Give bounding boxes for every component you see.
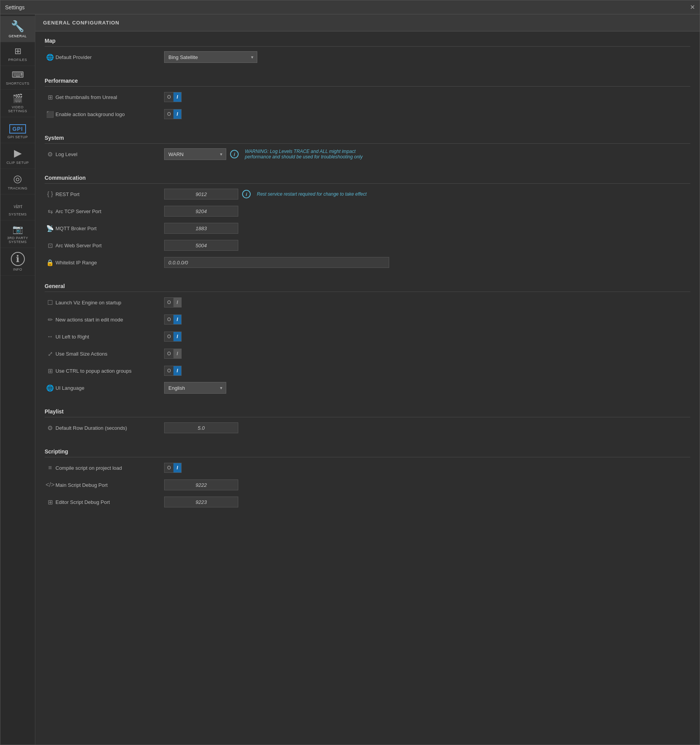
toggle-i-launch-viz: I: [173, 298, 181, 307]
control-arc-tcp-port: [164, 206, 238, 217]
toggle-i-compile-script: I: [173, 463, 181, 472]
toggle-bg-logo[interactable]: O I: [164, 109, 182, 119]
gpi-icon: GPI: [9, 121, 26, 134]
toggle-o-thumbnails: O: [165, 92, 173, 102]
log-level-select-wrap[interactable]: TRACE DEBUG INFO WARN ERROR ALL: [164, 148, 226, 160]
section-performance: Performance ⊞ Get thumbnails from Unreal…: [35, 71, 700, 129]
sidebar-item-clip-setup[interactable]: ▶ CLIP SETUP: [0, 143, 35, 169]
rest-port-note: Rest service restart required for change…: [257, 191, 367, 197]
toggle-o-launch-viz: O: [165, 298, 173, 307]
sidebar-item-systems[interactable]: vizrt SYSTEMS: [0, 194, 35, 221]
toggle-i-small-actions: I: [173, 349, 181, 358]
sidebar-item-video-settings[interactable]: 🎬 VIDEO SETTINGS: [0, 90, 35, 117]
default-provider-select[interactable]: Bing Satellite OpenStreetMap Google Maps: [164, 51, 257, 63]
mqtt-port-input[interactable]: [164, 223, 238, 234]
toggle-o-ui-ltr: O: [165, 332, 173, 341]
rest-port-info-icon[interactable]: i: [242, 190, 251, 198]
control-editor-debug-port: [164, 497, 238, 507]
label-launch-viz: Launch Viz Engine on startup: [55, 300, 164, 306]
control-whitelist-ip: [164, 257, 389, 268]
row-launch-viz: ☐ Launch Viz Engine on startup O I: [45, 297, 690, 308]
control-launch-viz: O I: [164, 297, 182, 307]
row-row-duration: ⚙ Default Row Duration (seconds): [45, 422, 690, 434]
whitelist-ip-input[interactable]: [164, 257, 389, 268]
whitelist-icon: 🔒: [45, 259, 55, 266]
log-level-select[interactable]: TRACE DEBUG INFO WARN ERROR ALL: [164, 148, 226, 160]
label-bg-logo: Enable action background logo: [55, 111, 164, 117]
control-rest-port: i Rest service restart required for chan…: [164, 189, 367, 200]
toggle-i-bg-logo: I: [173, 109, 181, 119]
label-ui-language: UI Language: [55, 385, 164, 391]
toggle-o-bg-logo: O: [165, 109, 173, 119]
ui-ltr-icon: ↔: [45, 333, 55, 340]
sidebar-item-tracking[interactable]: ◎ TRACKING: [0, 169, 35, 194]
label-edit-mode: New actions start in edit mode: [55, 317, 164, 323]
control-ctrl-popup: O I: [164, 366, 182, 376]
sidebar-label-general: GENERAL: [9, 34, 27, 38]
rest-port-input[interactable]: [164, 189, 238, 200]
toggle-i-edit-mode: I: [173, 315, 181, 324]
profile-icon: ⊞: [14, 46, 21, 56]
control-ui-language: English Deutsch Français Español: [164, 382, 226, 394]
language-icon: 🌐: [45, 384, 55, 392]
sidebar-label-tracking: TRACKING: [8, 186, 28, 190]
toggle-ctrl-popup[interactable]: O I: [164, 366, 182, 376]
row-bg-logo: ⬛ Enable action background logo O I: [45, 108, 690, 120]
arc-web-port-input[interactable]: [164, 240, 238, 251]
sidebar-label-gpi: GPI SETUP: [7, 135, 28, 139]
section-title-playlist: Playlist: [45, 408, 690, 417]
label-compile-script: Compile script on project load: [55, 465, 164, 471]
toggle-ui-ltr[interactable]: O I: [164, 332, 182, 342]
editor-debug-icon: ⊞: [45, 498, 55, 506]
globe-icon: 🌐: [45, 54, 55, 61]
toggle-thumbnails[interactable]: O I: [164, 92, 182, 102]
ctrl-popup-icon: ⊞: [45, 367, 55, 375]
label-main-debug-port: Main Script Debug Port: [55, 482, 164, 488]
sidebar-item-shortcuts[interactable]: ⌨ SHORTCUTS: [0, 66, 35, 90]
toggle-edit-mode[interactable]: O I: [164, 314, 182, 325]
label-default-provider: Default Provider: [55, 54, 164, 60]
control-edit-mode: O I: [164, 314, 182, 325]
ui-language-select-wrap[interactable]: English Deutsch Français Español: [164, 382, 226, 394]
video-icon: 🎬: [12, 94, 23, 104]
ui-language-select[interactable]: English Deutsch Français Español: [164, 382, 226, 394]
content-body[interactable]: Map 🌐 Default Provider Bing Satellite Op…: [35, 31, 700, 745]
log-level-info-icon[interactable]: i: [230, 150, 239, 158]
row-ui-language: 🌐 UI Language English Deutsch Français E…: [45, 382, 690, 394]
editor-debug-port-input[interactable]: [164, 497, 238, 507]
close-button[interactable]: ✕: [690, 3, 695, 11]
sidebar-label-info: INFO: [13, 267, 23, 271]
window-title: Settings: [5, 4, 25, 10]
sidebar-item-info[interactable]: ℹ INFO: [0, 248, 35, 276]
label-arc-web-port: Arc Web Server Port: [55, 243, 164, 248]
sidebar-label-video: VIDEO SETTINGS: [2, 105, 33, 113]
compile-icon: ≡: [45, 464, 55, 471]
toggle-launch-viz[interactable]: O I: [164, 297, 182, 307]
section-title-scripting: Scripting: [45, 448, 690, 457]
arc-tcp-port-input[interactable]: [164, 206, 238, 217]
control-compile-script: O I: [164, 463, 182, 473]
row-ctrl-popup: ⊞ Use CTRL to popup action groups O I: [45, 365, 690, 377]
default-provider-select-wrap[interactable]: Bing Satellite OpenStreetMap Google Maps: [164, 51, 257, 63]
main-layout: 🔧 GENERAL ⊞ PROFILES ⌨ SHORTCUTS 🎬 VIDEO…: [0, 14, 700, 745]
label-log-level: Log Level: [55, 151, 164, 157]
tracking-icon: ◎: [13, 173, 22, 185]
toggle-o-compile-script: O: [165, 463, 173, 472]
row-duration-input[interactable]: [164, 422, 238, 433]
label-ctrl-popup: Use CTRL to popup action groups: [55, 368, 164, 374]
control-bg-logo: O I: [164, 109, 182, 119]
label-mqtt-port: MQTT Broker Port: [55, 226, 164, 231]
control-arc-web-port: [164, 240, 238, 251]
sidebar: 🔧 GENERAL ⊞ PROFILES ⌨ SHORTCUTS 🎬 VIDEO…: [0, 14, 35, 745]
sidebar-item-profiles[interactable]: ⊞ PROFILES: [0, 42, 35, 66]
sidebar-item-3rd-party[interactable]: 📷 3RD PARTY SYSTEMS: [0, 221, 35, 248]
control-log-level: TRACE DEBUG INFO WARN ERROR ALL i WARNIN…: [164, 148, 369, 160]
sidebar-label-clip: CLIP SETUP: [7, 161, 29, 165]
section-system: System ⚙ Log Level TRACE DEBUG INFO WARN: [35, 129, 700, 168]
main-debug-port-input[interactable]: [164, 479, 238, 490]
sidebar-item-general[interactable]: 🔧 GENERAL: [0, 16, 35, 42]
toggle-compile-script[interactable]: O I: [164, 463, 182, 473]
row-arc-web-port: ⊡ Arc Web Server Port: [45, 240, 690, 251]
sidebar-item-gpi-setup[interactable]: GPI GPI SETUP: [0, 117, 35, 143]
toggle-small-actions[interactable]: O I: [164, 349, 182, 359]
